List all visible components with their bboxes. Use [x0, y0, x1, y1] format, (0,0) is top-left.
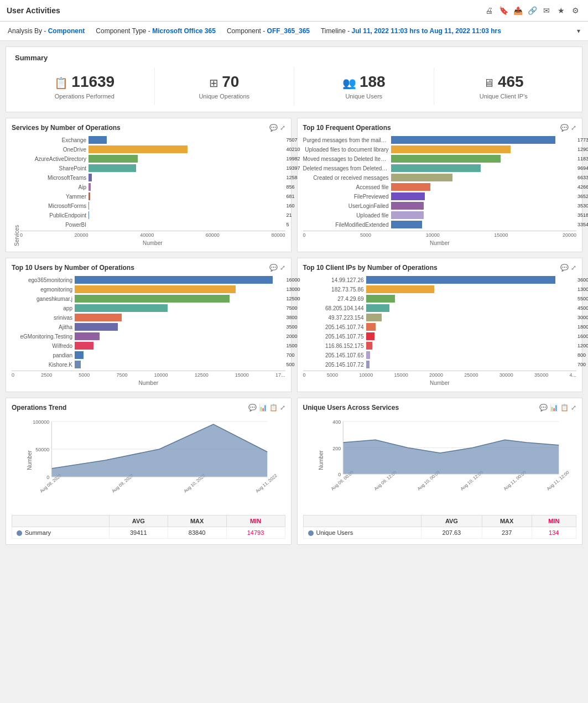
export-icon[interactable]: 📤 — [512, 4, 524, 17]
ops-trend-expand-icon[interactable]: ⤢ — [280, 404, 285, 412]
bar-row: Accessed file 4266 — [303, 183, 577, 191]
svg-marker-11 — [51, 424, 267, 477]
filter-timeline[interactable]: Timeline - Jul 11, 2022 11:03 hrs to Aug… — [321, 27, 501, 35]
unique-users-comment-icon[interactable]: 💬 — [539, 404, 548, 412]
bar-value: 13000 — [577, 285, 588, 293]
bar-fill — [391, 202, 424, 210]
bar-fill — [75, 314, 122, 321]
top10-ops-panel: Top 10 Frequent Operations 💬 ⤢ Purged me… — [297, 118, 583, 252]
bar-value: 800 — [577, 351, 586, 359]
bar-fill — [89, 164, 136, 172]
x-tick: 20000 — [429, 372, 443, 378]
top10-ops-expand-icon[interactable]: ⤢ — [571, 124, 576, 132]
settings-icon[interactable]: ⚙ — [569, 4, 581, 17]
services-comment-icon[interactable]: 💬 — [269, 124, 278, 132]
star-icon[interactable]: ★ — [555, 4, 567, 17]
bar-fill — [89, 192, 90, 200]
bar-fill — [391, 211, 424, 219]
bar-fill — [391, 164, 481, 172]
top10-users-comment-icon[interactable]: 💬 — [269, 264, 278, 272]
top10-ips-expand-icon[interactable]: ⤢ — [571, 264, 576, 272]
x-tick: 5000 — [327, 372, 338, 378]
bar-chart-inner: 14.99.127.26 36000 182.73.75.86 13000 27… — [303, 276, 577, 386]
bar-value: 7507 — [287, 136, 298, 144]
bar-track: 800 — [366, 351, 577, 359]
unique-users-export-icon[interactable]: 📊 — [550, 404, 558, 412]
services-expand-icon[interactable]: ⤢ — [280, 124, 285, 132]
ops-trend-table-icon[interactable]: 📋 — [269, 404, 278, 412]
bar-value: 3652 — [577, 192, 588, 200]
bar-track: 1258 — [89, 174, 285, 181]
bar-fill — [75, 276, 273, 284]
bar-fill — [89, 174, 92, 181]
bar-label: Uploaded file — [303, 212, 389, 218]
bar-track: 160 — [89, 202, 285, 210]
bar-label: 14.99.127.26 — [303, 277, 364, 283]
unique-users-expand-icon[interactable]: ⤢ — [571, 404, 576, 412]
x-tick: 20000 — [75, 232, 89, 238]
bar-value: 3000 — [577, 314, 588, 321]
bar-fill — [75, 361, 81, 368]
bar-row: Purged messages from the mailbox 17730 — [303, 136, 577, 144]
bar-fill — [366, 276, 555, 284]
bar-fill — [391, 192, 425, 200]
share-icon[interactable]: 🔗 — [526, 4, 538, 17]
bar-track: 16000 — [75, 276, 285, 284]
top10-users-expand-icon[interactable]: ⤢ — [280, 264, 285, 272]
bar-label: 205.145.107.65 — [303, 352, 364, 358]
bar-track: 13000 — [75, 285, 285, 293]
bar-label: 68.205.104.144 — [303, 305, 364, 311]
bar-label: 27.4.29.69 — [303, 296, 364, 302]
print-icon[interactable]: 🖨 — [483, 4, 495, 17]
bar-track: 9694 — [391, 164, 577, 172]
bar-row: ganeshkumar.j 12500 — [12, 295, 285, 303]
x-tick: 5000 — [360, 232, 371, 238]
bar-label: Purged messages from the mailbox — [303, 137, 389, 143]
unique-users-col-avg: AVG — [422, 515, 482, 527]
users-label: Unique Users — [300, 93, 428, 100]
unique-users-svg: Number 4002000 Aug 09, 00:00Aug 09, 12:0… — [303, 416, 577, 510]
filter-chevron-icon[interactable]: ▾ — [577, 27, 580, 35]
ops-trend-header: Operations Trend 💬 📊 📋 ⤢ — [12, 404, 285, 412]
filter-analysis-by[interactable]: Analysis By - Component — [8, 27, 85, 35]
bar-row: UserLoginFailed 3530 — [303, 202, 577, 210]
ops-trend-comment-icon[interactable]: 💬 — [248, 404, 257, 412]
x-tick: 25000 — [464, 372, 478, 378]
bar-value: 6633 — [577, 174, 588, 181]
bar-fill — [75, 332, 100, 340]
bar-label: SharePoint — [20, 165, 86, 171]
bookmark-icon[interactable]: 🔖 — [497, 4, 509, 17]
ops-trend-row-label: Summary — [12, 527, 110, 539]
x-tick: 15000 — [394, 372, 408, 378]
filter-component-type[interactable]: Component Type - Microsoft Office 365 — [96, 27, 216, 35]
top10-ips-header: Top 10 Client IPs by Number of Operation… — [303, 264, 577, 272]
bar-label: ganeshkumar.j — [12, 296, 72, 302]
bar-label: Wilfredo — [12, 343, 72, 349]
email-icon[interactable]: ✉ — [540, 4, 553, 17]
bar-label: Uploaded files to document library — [303, 147, 389, 153]
top10-ops-comment-icon[interactable]: 💬 — [560, 124, 569, 132]
bar-fill — [75, 295, 230, 303]
bar-value: 1500 — [287, 342, 298, 350]
unique-users-header: Unique Users Across Services 💬 📊 📋 ⤢ — [303, 404, 577, 412]
bar-label: FilePreviewed — [303, 194, 389, 200]
bar-row: 49.37.223.154 3000 — [303, 314, 577, 321]
bar-fill — [366, 351, 371, 359]
unique-users-table-icon[interactable]: 📋 — [560, 404, 569, 412]
bar-value: 5 — [287, 221, 289, 228]
charts-row-2: Top 10 Users by Number of Operations 💬 ⤢… — [6, 258, 582, 392]
charts-row-1: Services by Number of Operations 💬 ⤢ Ser… — [6, 118, 582, 252]
x-tick: 30000 — [499, 372, 513, 378]
filter-component[interactable]: Component - OFF_365_365 — [227, 27, 310, 35]
ops-trend-chart-area: Number 100000500000 Aug 08, 2022Aug 09, … — [12, 416, 285, 512]
bar-fill — [89, 183, 91, 191]
top10-ips-comment-icon[interactable]: 💬 — [560, 264, 569, 272]
bar-track: 4500 — [366, 304, 577, 312]
bar-row: Moved messages to Deleted Items ... 1183… — [303, 155, 577, 163]
bar-track: 3518 — [391, 211, 577, 219]
ops-trend-min: 14793 — [226, 527, 285, 539]
bar-chart-inner: Exchange 7507 OneDrive 40210 AzureActive… — [20, 136, 285, 246]
x-tick: 20000 — [563, 232, 576, 238]
ops-trend-export-icon[interactable]: 📊 — [259, 404, 267, 412]
x-tick: 2500 — [41, 372, 52, 378]
